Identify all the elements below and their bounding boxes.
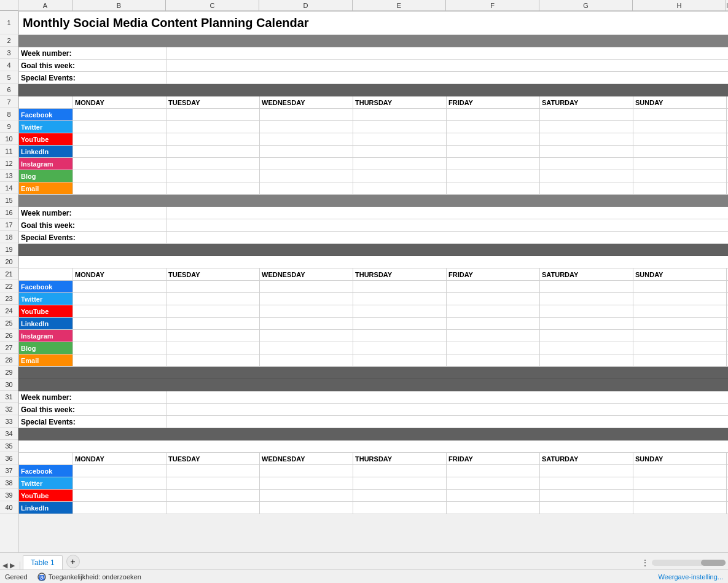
- goal-value-3[interactable]: [166, 404, 729, 416]
- row-num-4[interactable]: 4: [0, 59, 18, 71]
- goal-value-1[interactable]: [166, 60, 729, 72]
- fb3-tue[interactable]: [166, 465, 260, 477]
- email-label-1[interactable]: Email: [19, 182, 73, 195]
- row-num-35[interactable]: 35: [0, 440, 18, 452]
- youtube-wed-1[interactable]: [260, 133, 353, 146]
- facebook-label-3[interactable]: Facebook: [19, 465, 73, 477]
- instagram-label-1[interactable]: Instagram: [19, 158, 73, 170]
- tw3-tue[interactable]: [166, 477, 260, 490]
- email-thu-1[interactable]: [353, 182, 447, 195]
- ig2-wed[interactable]: [260, 330, 353, 342]
- row-num-16[interactable]: 16: [0, 206, 18, 219]
- yt2-sat[interactable]: [540, 305, 633, 318]
- em2-sun[interactable]: [633, 354, 727, 367]
- linkedin-label-3[interactable]: LinkedIn: [19, 502, 73, 514]
- yt2-tue[interactable]: [166, 305, 260, 318]
- yt2-fri[interactable]: [447, 305, 540, 318]
- instagram-sat-1[interactable]: [540, 158, 633, 170]
- row-num-31[interactable]: 31: [0, 391, 18, 403]
- tw3-thu[interactable]: [353, 477, 447, 490]
- youtube-label-2[interactable]: YouTube: [19, 305, 73, 318]
- em2-tue[interactable]: [166, 354, 260, 367]
- tw3-fri[interactable]: [447, 477, 540, 490]
- yt3-thu[interactable]: [353, 490, 447, 502]
- linkedin-label-2[interactable]: LinkedIn: [19, 318, 73, 330]
- bl2-sun[interactable]: [633, 342, 727, 354]
- email-sat-1[interactable]: [540, 182, 633, 195]
- row-num-40[interactable]: 40: [0, 501, 18, 514]
- row-num-6[interactable]: 6: [0, 84, 18, 96]
- facebook-wed-1[interactable]: [260, 109, 353, 121]
- twitter-label-2[interactable]: Twitter: [19, 293, 73, 305]
- horizontal-scrollbar-track[interactable]: [652, 560, 726, 566]
- special-events-value-1[interactable]: [166, 72, 729, 84]
- blog-wed-1[interactable]: [260, 170, 353, 182]
- goal-label-3[interactable]: Goal this week:: [19, 404, 166, 416]
- em2-fri[interactable]: [447, 354, 540, 367]
- row-num-21[interactable]: 21: [0, 268, 18, 280]
- week-number-value-2[interactable]: [166, 207, 729, 219]
- week-number-label-3[interactable]: Week number:: [19, 391, 166, 404]
- twitter-fri-1[interactable]: [447, 121, 540, 133]
- fb2-sat[interactable]: [540, 281, 633, 293]
- fb3-sun[interactable]: [633, 465, 727, 477]
- youtube-sun-1[interactable]: [633, 133, 727, 146]
- yt3-tue[interactable]: [166, 490, 260, 502]
- row-num-12[interactable]: 12: [0, 157, 18, 170]
- bl2-wed[interactable]: [260, 342, 353, 354]
- bl2-fri[interactable]: [447, 342, 540, 354]
- instagram-sun-1[interactable]: [633, 158, 727, 170]
- li3-mon[interactable]: [73, 502, 166, 514]
- facebook-fri-1[interactable]: [447, 109, 540, 121]
- youtube-label-3[interactable]: YouTube: [19, 490, 73, 502]
- fb2-fri[interactable]: [447, 281, 540, 293]
- row-num-33[interactable]: 33: [0, 415, 18, 428]
- ig2-thu[interactable]: [353, 330, 447, 342]
- week-number-label-1[interactable]: Week number:: [19, 47, 166, 60]
- grid[interactable]: Monthly Social Media Content Planning Ca…: [18, 11, 728, 552]
- linkedin-sat-1[interactable]: [540, 146, 633, 158]
- instagram-wed-1[interactable]: [260, 158, 353, 170]
- tw2-sat[interactable]: [540, 293, 633, 305]
- email-fri-1[interactable]: [447, 182, 540, 195]
- special-events-value-3[interactable]: [166, 416, 729, 428]
- yt3-fri[interactable]: [447, 490, 540, 502]
- fb3-wed[interactable]: [260, 465, 353, 477]
- tw2-thu[interactable]: [353, 293, 447, 305]
- row-num-19[interactable]: 19: [0, 243, 18, 256]
- week-number-label-2[interactable]: Week number:: [19, 207, 166, 219]
- li2-sat[interactable]: [540, 318, 633, 330]
- ig2-tue[interactable]: [166, 330, 260, 342]
- blog-sat-1[interactable]: [540, 170, 633, 182]
- col-header-b[interactable]: B: [72, 0, 166, 10]
- facebook-thu-1[interactable]: [353, 109, 447, 121]
- linkedin-fri-1[interactable]: [447, 146, 540, 158]
- yt2-sun[interactable]: [633, 305, 727, 318]
- fb3-thu[interactable]: [353, 465, 447, 477]
- row-num-26[interactable]: 26: [0, 329, 18, 342]
- special-events-value-2[interactable]: [166, 232, 729, 244]
- li2-sun[interactable]: [633, 318, 727, 330]
- youtube-thu-1[interactable]: [353, 133, 447, 146]
- tw3-wed[interactable]: [260, 477, 353, 490]
- yt3-sat[interactable]: [540, 490, 633, 502]
- facebook-tue-1[interactable]: [166, 109, 260, 121]
- week-number-value-1[interactable]: [166, 47, 729, 60]
- row-num-7[interactable]: 7: [0, 96, 18, 108]
- email-tue-1[interactable]: [166, 182, 260, 195]
- yt3-sun[interactable]: [633, 490, 727, 502]
- row-num-37[interactable]: 37: [0, 464, 18, 477]
- linkedin-thu-1[interactable]: [353, 146, 447, 158]
- blog-label-2[interactable]: Blog: [19, 342, 73, 354]
- blog-thu-1[interactable]: [353, 170, 447, 182]
- row-num-38[interactable]: 38: [0, 477, 18, 489]
- blog-label-1[interactable]: Blog: [19, 170, 73, 182]
- goal-label-1[interactable]: Goal this week:: [19, 60, 166, 72]
- li2-wed[interactable]: [260, 318, 353, 330]
- li3-sun[interactable]: [633, 502, 727, 514]
- ig2-sun[interactable]: [633, 330, 727, 342]
- email-mon-1[interactable]: [73, 182, 166, 195]
- li2-mon[interactable]: [73, 318, 166, 330]
- instagram-mon-1[interactable]: [73, 158, 166, 170]
- li2-tue[interactable]: [166, 318, 260, 330]
